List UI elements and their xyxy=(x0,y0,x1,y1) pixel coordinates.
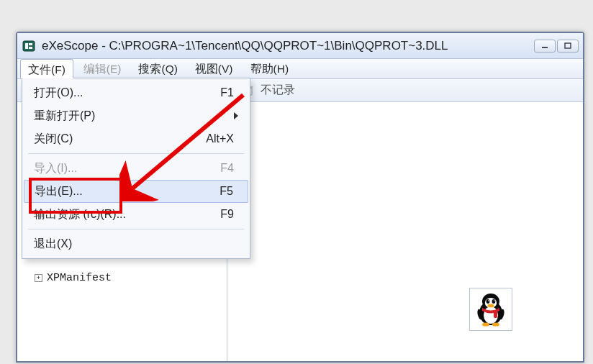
svg-point-16 xyxy=(488,300,489,301)
window-title: eXeScope - C:\PROGRA~1\Tencent\QQ\QQPROT… xyxy=(42,39,534,53)
file-menu-dropdown: 打开(O)... F1 重新打开(P) 关闭(C) Alt+X 导入(I)...… xyxy=(22,78,250,259)
svg-rect-2 xyxy=(29,43,32,45)
svg-rect-5 xyxy=(565,43,571,48)
submenu-arrow-icon xyxy=(234,112,238,119)
svg-point-20 xyxy=(482,322,489,326)
svg-rect-19 xyxy=(494,311,497,318)
tree-node-xpmanifest[interactable]: + XPManifest xyxy=(22,269,222,286)
menu-view[interactable]: 视图(V) xyxy=(188,59,240,78)
svg-rect-3 xyxy=(29,47,32,49)
preview-pane xyxy=(227,102,583,361)
svg-rect-1 xyxy=(25,43,28,49)
svg-point-18 xyxy=(488,304,494,308)
svg-point-21 xyxy=(492,322,499,326)
svg-rect-0 xyxy=(23,41,35,51)
minimize-button[interactable] xyxy=(534,40,556,53)
menu-reopen[interactable]: 重新打开(P) xyxy=(24,104,248,127)
menu-help[interactable]: 帮助(H) xyxy=(243,59,296,78)
expand-icon[interactable]: + xyxy=(35,274,42,282)
no-log-label[interactable]: 不记录 xyxy=(261,83,295,98)
maximize-button[interactable] xyxy=(557,40,579,53)
menu-separator xyxy=(28,229,244,229)
menubar: 文件(F) 编辑(E) 搜索(Q) 视图(V) 帮助(H) xyxy=(17,59,583,79)
menu-separator xyxy=(28,153,244,154)
svg-point-14 xyxy=(486,299,490,304)
menu-output-resource[interactable]: 输出资源 (rc)(R)... F9 xyxy=(24,203,248,226)
menu-close[interactable]: 关闭(C) Alt+X xyxy=(24,127,248,150)
menu-import: 导入(I)... F4 xyxy=(24,157,248,180)
menu-edit[interactable]: 编辑(E) xyxy=(76,59,129,78)
tree-node-label: XPManifest xyxy=(47,272,112,284)
titlebar: eXeScope - C:\PROGRA~1\Tencent\QQ\QQPROT… xyxy=(17,33,583,59)
app-icon xyxy=(22,39,36,53)
menu-open[interactable]: 打开(O)... F1 xyxy=(24,81,248,104)
menu-export[interactable]: 导出(E)... F5 xyxy=(24,180,248,203)
menu-search[interactable]: 搜索(Q) xyxy=(131,59,184,78)
svg-point-17 xyxy=(494,300,495,301)
menu-file[interactable]: 文件(F) xyxy=(20,59,73,78)
svg-point-15 xyxy=(492,299,496,304)
resource-icon-preview[interactable] xyxy=(469,288,512,331)
window-controls xyxy=(534,40,579,53)
menu-exit[interactable]: 退出(X) xyxy=(24,232,248,255)
